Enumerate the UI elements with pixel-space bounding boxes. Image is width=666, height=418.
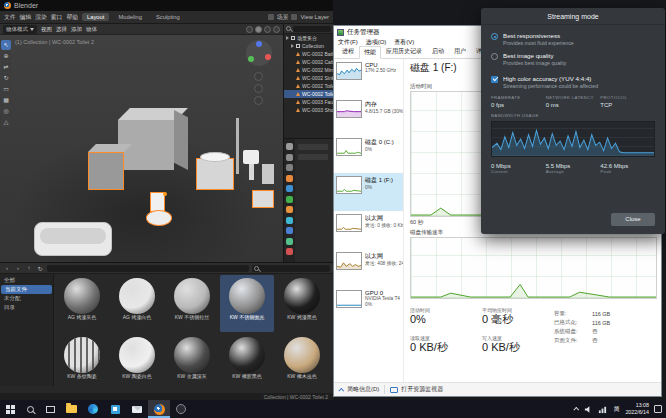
camera-view-icon[interactable] <box>254 96 263 105</box>
library-item-catalog[interactable]: 目录 <box>0 303 53 312</box>
workspace-tab-layout[interactable]: Layout <box>82 13 109 21</box>
workspace-tab-modeling[interactable]: Modeling <box>113 13 147 21</box>
asset-search-input[interactable] <box>252 265 330 272</box>
perf-entry-cpu[interactable]: CPU17% 2.50 GHz <box>334 59 403 97</box>
tab-app-history[interactable]: 应用历史记录 <box>381 45 427 58</box>
taskbar-app-file-explorer[interactable] <box>60 400 82 418</box>
tray-chevron-up-icon[interactable] <box>574 407 580 413</box>
option-best-image-quality[interactable]: Best image quality Provides best image q… <box>491 52 655 66</box>
outliner-item[interactable]: WC-0002 Cabinet <box>284 58 333 66</box>
tab-processes[interactable]: 进程 <box>337 45 359 58</box>
scene-object-fixture-small[interactable] <box>262 164 274 184</box>
rotate-tool[interactable]: ↻ <box>1 73 11 83</box>
material-asset-selected[interactable]: KW 不锈钢抛光 <box>220 275 274 332</box>
fewer-details-link[interactable]: 简略信息(D) <box>340 385 379 394</box>
taskbar-app-obs[interactable] <box>170 400 192 418</box>
menu-file[interactable]: 文件 <box>4 13 16 22</box>
outliner-item[interactable]: Collection <box>284 42 333 50</box>
material-asset[interactable]: AG 烤漆灰色 <box>55 275 109 332</box>
network-icon[interactable] <box>598 405 607 414</box>
navigation-gizmo[interactable] <box>246 40 272 66</box>
radio-selected-icon[interactable] <box>491 33 498 40</box>
menu-help[interactable]: 帮助 <box>66 13 78 22</box>
checkbox-checked-icon[interactable] <box>491 76 498 83</box>
viewport-3d[interactable]: 物体模式 视图 选择 添加 物体 (1) Collection | WC-000… <box>0 24 283 262</box>
ime-indicator[interactable]: 简 <box>612 405 620 414</box>
taskbar-app-mail[interactable] <box>126 400 148 418</box>
scale-tool[interactable]: ▭ <box>1 84 11 94</box>
file-path-field[interactable] <box>47 265 249 272</box>
option-high-color-accuracy[interactable]: High color accuracy (YUV 4:4:4) Streamin… <box>491 75 655 89</box>
taskbar-app-edge[interactable] <box>82 400 104 418</box>
material-asset[interactable]: KW 烤漆黑色 <box>275 275 329 332</box>
taskbar-search-button[interactable] <box>20 400 40 418</box>
up-icon[interactable]: ↑ <box>25 265 33 271</box>
properties-tab-output-icon[interactable] <box>286 164 293 171</box>
start-button[interactable] <box>0 400 20 418</box>
pan-hand-icon[interactable] <box>254 84 263 93</box>
back-icon[interactable]: ‹ <box>3 265 11 271</box>
scene-object-fixture[interactable] <box>252 190 274 208</box>
open-resource-monitor-link[interactable]: 打开资源监视器 <box>390 385 443 394</box>
shading-solid-icon[interactable] <box>255 26 262 33</box>
scene-object-small-cube[interactable] <box>88 152 124 190</box>
taskbar-app-blender[interactable] <box>148 400 170 418</box>
radio-unselected-icon[interactable] <box>491 53 498 60</box>
tab-startup[interactable]: 启动 <box>427 45 449 58</box>
viewport-menu-add[interactable]: 添加 <box>71 26 82 33</box>
properties-tab-world-icon[interactable] <box>286 196 293 203</box>
properties-tab-material-icon[interactable] <box>286 248 293 255</box>
shading-rendered-icon[interactable] <box>273 26 280 33</box>
outliner-item[interactable]: 场景集合 <box>284 34 333 42</box>
notification-center-icon[interactable] <box>654 405 662 413</box>
scene-object-shower-rail[interactable] <box>236 118 239 174</box>
outliner-search-input[interactable] <box>293 26 331 32</box>
library-item-all[interactable]: 全部 <box>0 276 53 285</box>
material-asset[interactable]: KW 橡胶黑色 <box>220 334 274 386</box>
perf-entry-memory[interactable]: 内存4.8/15.7 GB (30%) <box>334 97 403 135</box>
scene-selector[interactable]: 场景 <box>277 13 289 22</box>
cursor-tool[interactable]: ⊕ <box>1 51 11 61</box>
volume-icon[interactable] <box>584 405 593 414</box>
workspace-tab-sculpting[interactable]: Sculpting <box>151 13 185 21</box>
measure-tool[interactable]: △ <box>1 117 11 127</box>
forward-icon[interactable]: › <box>14 265 22 271</box>
tab-users[interactable]: 用户 <box>449 45 471 58</box>
shading-material-icon[interactable] <box>264 26 271 33</box>
menu-edit[interactable]: 编辑 <box>20 13 32 22</box>
task-view-button[interactable] <box>40 400 60 418</box>
scene-object-sink-cabinet[interactable] <box>196 158 234 190</box>
perf-entry-disk1[interactable]: 磁盘 1 (F:)0% <box>334 173 403 211</box>
scene-object-pedestal-sink[interactable] <box>243 150 259 164</box>
properties-tab-viewlayer-icon[interactable] <box>286 175 293 182</box>
library-item-current-file[interactable]: 当前文件 <box>1 285 52 294</box>
properties-tab-scene-icon[interactable] <box>286 185 293 192</box>
outliner-item[interactable]: WC-0003 Shower <box>284 106 333 114</box>
outliner-item[interactable]: WC-0002 Sink <box>284 74 333 82</box>
properties-tab-modifier-icon[interactable] <box>286 217 293 224</box>
outliner-item[interactable]: WC-0002 Mirror <box>284 66 333 74</box>
tab-performance[interactable]: 性能 <box>359 46 381 59</box>
taskbar-clock[interactable]: 13:08 2022/6/14 <box>625 402 649 416</box>
material-asset[interactable]: KW 陶瓷白色 <box>110 334 164 386</box>
select-tool[interactable]: ↖ <box>1 40 11 50</box>
taskbar-app-store[interactable] <box>104 400 126 418</box>
menu-render[interactable]: 渲染 <box>35 13 47 22</box>
blender-titlebar[interactable]: Blender <box>0 0 333 11</box>
viewport-menu-select[interactable]: 选择 <box>56 26 67 33</box>
view-layer-selector[interactable]: View Layer <box>300 14 329 20</box>
material-asset[interactable]: KW 不锈钢拉丝 <box>165 275 219 332</box>
library-item-unassigned[interactable]: 未分配 <box>0 294 53 303</box>
refresh-icon[interactable]: ↻ <box>36 265 44 272</box>
outliner-item-selected[interactable]: WC-0002 Toilet 2 <box>284 90 333 98</box>
perf-entry-gpu[interactable]: GPU 0NVIDIA Tesla T40% <box>334 287 403 325</box>
perf-entry-disk0[interactable]: 磁盘 0 (C:)0% <box>334 135 403 173</box>
transform-tool[interactable]: ▦ <box>1 95 11 105</box>
properties-tab-data-icon[interactable] <box>286 238 293 245</box>
scene-object-toilet-bowl[interactable] <box>146 210 172 226</box>
outliner-item[interactable]: WC-0002 Toilet <box>284 82 333 90</box>
annotate-tool[interactable]: ◎ <box>1 106 11 116</box>
viewport-menu-object[interactable]: 物体 <box>86 26 97 33</box>
properties-tab-render-icon[interactable] <box>286 154 293 161</box>
properties-tab-tool-icon[interactable] <box>286 143 293 150</box>
